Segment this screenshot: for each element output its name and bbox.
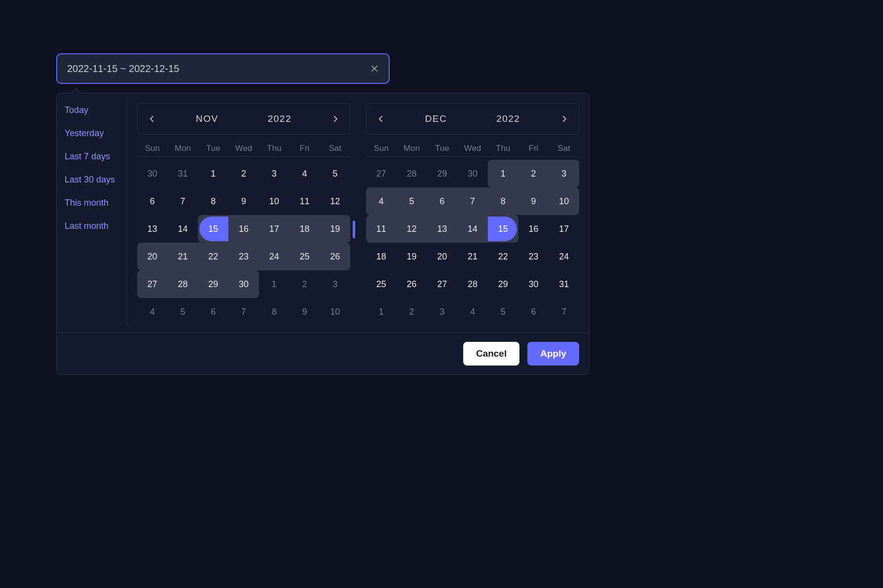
calendar-day[interactable]: 23: [518, 243, 549, 270]
calendar-day[interactable]: 4: [290, 160, 320, 187]
calendar-day[interactable]: 19: [320, 215, 350, 243]
calendar-day[interactable]: 11: [290, 187, 320, 215]
calendar-day[interactable]: 30: [137, 160, 168, 187]
left-year-label[interactable]: 2022: [268, 113, 292, 124]
calendar-day[interactable]: 31: [168, 160, 198, 187]
calendar-day[interactable]: 1: [259, 270, 290, 298]
calendar-day[interactable]: 10: [320, 298, 350, 326]
calendar-day[interactable]: 28: [168, 270, 198, 298]
preset-item[interactable]: This month: [65, 198, 123, 208]
calendar-day[interactable]: 8: [259, 298, 290, 326]
prev-month-icon[interactable]: [376, 114, 385, 123]
date-range-input[interactable]: 2022-11-15 ~ 2022-12-15: [56, 53, 390, 84]
calendar-day[interactable]: 23: [228, 243, 259, 270]
calendar-day[interactable]: 10: [549, 187, 579, 215]
calendar-day[interactable]: 16: [228, 215, 259, 243]
calendar-day[interactable]: 2: [518, 160, 549, 187]
calendar-day[interactable]: 6: [198, 298, 228, 326]
preset-item[interactable]: Today: [65, 105, 123, 115]
calendar-day[interactable]: 9: [518, 187, 549, 215]
calendar-day[interactable]: 30: [518, 270, 549, 298]
calendar-day[interactable]: 8: [488, 187, 518, 215]
next-month-icon[interactable]: [560, 114, 569, 123]
calendar-day[interactable]: 31: [549, 270, 579, 298]
calendar-day[interactable]: 15: [488, 215, 518, 243]
calendar-day[interactable]: 10: [259, 187, 290, 215]
calendar-day[interactable]: 12: [320, 187, 350, 215]
calendar-day[interactable]: 6: [518, 298, 549, 326]
calendar-day[interactable]: 30: [228, 270, 259, 298]
preset-item[interactable]: Yesterday: [65, 128, 123, 139]
calendar-day[interactable]: 20: [427, 243, 457, 270]
left-month-label[interactable]: NOV: [196, 113, 219, 124]
preset-item[interactable]: Last 30 days: [65, 175, 123, 185]
calendar-day[interactable]: 24: [259, 243, 290, 270]
calendar-day[interactable]: 27: [366, 160, 397, 187]
calendar-day[interactable]: 29: [488, 270, 518, 298]
range-divider-handle[interactable]: [353, 220, 355, 238]
calendar-day[interactable]: 9: [290, 298, 320, 326]
calendar-day[interactable]: 7: [168, 187, 198, 215]
calendar-day[interactable]: 4: [457, 298, 488, 326]
calendar-day[interactable]: 2: [290, 270, 320, 298]
calendar-day[interactable]: 21: [168, 243, 198, 270]
calendar-day[interactable]: 7: [549, 298, 579, 326]
apply-button[interactable]: Apply: [527, 342, 579, 366]
calendar-day[interactable]: 3: [320, 270, 350, 298]
right-month-label[interactable]: DEC: [425, 113, 447, 124]
calendar-day[interactable]: 6: [427, 187, 457, 215]
calendar-day[interactable]: 1: [366, 298, 397, 326]
calendar-day[interactable]: 14: [457, 215, 488, 243]
calendar-day[interactable]: 25: [366, 270, 397, 298]
calendar-day[interactable]: 19: [397, 243, 427, 270]
calendar-day[interactable]: 4: [366, 187, 397, 215]
calendar-day[interactable]: 6: [137, 187, 168, 215]
calendar-day[interactable]: 2: [397, 298, 427, 326]
calendar-day[interactable]: 5: [168, 298, 198, 326]
calendar-day[interactable]: 18: [366, 243, 397, 270]
calendar-day[interactable]: 11: [366, 215, 397, 243]
calendar-day[interactable]: 1: [488, 160, 518, 187]
clear-icon[interactable]: [370, 64, 379, 73]
calendar-day[interactable]: 14: [168, 215, 198, 243]
calendar-day[interactable]: 5: [397, 187, 427, 215]
calendar-day[interactable]: 9: [228, 187, 259, 215]
calendar-day[interactable]: 22: [198, 243, 228, 270]
calendar-day[interactable]: 3: [259, 160, 290, 187]
calendar-day[interactable]: 8: [198, 187, 228, 215]
next-month-icon[interactable]: [331, 114, 340, 123]
calendar-day[interactable]: 29: [427, 160, 457, 187]
calendar-day[interactable]: 20: [137, 243, 168, 270]
preset-item[interactable]: Last month: [65, 221, 123, 231]
calendar-day[interactable]: 13: [427, 215, 457, 243]
calendar-day[interactable]: 13: [137, 215, 168, 243]
calendar-day[interactable]: 5: [488, 298, 518, 326]
calendar-day[interactable]: 12: [397, 215, 427, 243]
calendar-day[interactable]: 7: [228, 298, 259, 326]
calendar-day[interactable]: 26: [397, 270, 427, 298]
calendar-day[interactable]: 1: [198, 160, 228, 187]
calendar-day[interactable]: 21: [457, 243, 488, 270]
calendar-day[interactable]: 27: [427, 270, 457, 298]
calendar-day[interactable]: 24: [549, 243, 579, 270]
preset-item[interactable]: Last 7 days: [65, 151, 123, 162]
calendar-day[interactable]: 5: [320, 160, 350, 187]
calendar-day[interactable]: 3: [427, 298, 457, 326]
calendar-day[interactable]: 28: [457, 270, 488, 298]
calendar-day[interactable]: 16: [518, 215, 549, 243]
right-year-label[interactable]: 2022: [496, 113, 520, 124]
prev-month-icon[interactable]: [147, 114, 156, 123]
calendar-day[interactable]: 30: [457, 160, 488, 187]
calendar-day[interactable]: 17: [549, 215, 579, 243]
calendar-day[interactable]: 3: [549, 160, 579, 187]
calendar-day[interactable]: 29: [198, 270, 228, 298]
calendar-day[interactable]: 2: [228, 160, 259, 187]
calendar-day[interactable]: 25: [290, 243, 320, 270]
calendar-day[interactable]: 7: [457, 187, 488, 215]
calendar-day[interactable]: 27: [137, 270, 168, 298]
calendar-day[interactable]: 15: [198, 215, 228, 243]
cancel-button[interactable]: Cancel: [463, 342, 519, 366]
calendar-day[interactable]: 4: [137, 298, 168, 326]
calendar-day[interactable]: 26: [320, 243, 350, 270]
calendar-day[interactable]: 28: [397, 160, 427, 187]
